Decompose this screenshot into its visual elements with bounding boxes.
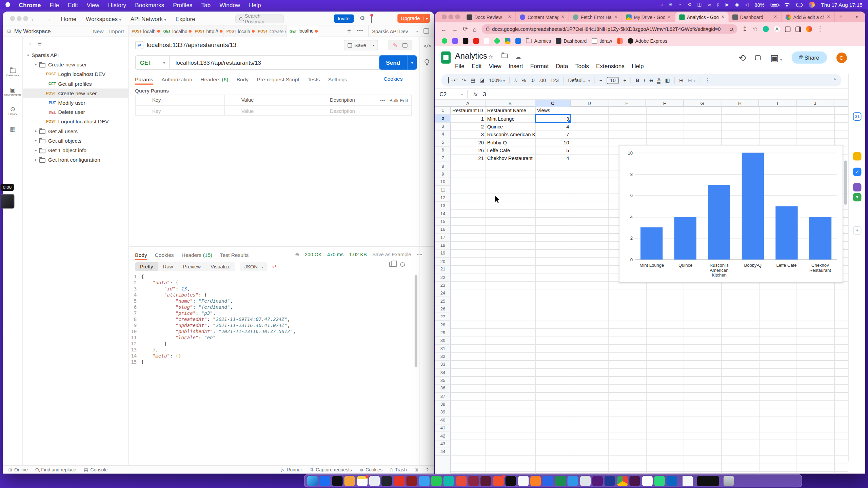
copy-icon[interactable]	[389, 262, 394, 267]
cell-A7[interactable]: 21	[451, 155, 486, 162]
row-header-27[interactable]: 27	[435, 313, 451, 321]
row-header-11[interactable]: 11	[435, 186, 451, 194]
row-header-15[interactable]: 15	[435, 218, 451, 226]
row-header-31[interactable]: 31	[435, 345, 451, 353]
add-collection-icon[interactable]: +	[28, 40, 32, 47]
menu-item-help[interactable]: Help	[249, 1, 261, 8]
side-panel-calendar-icon[interactable]: 31	[853, 112, 861, 120]
profile-avatar-icon[interactable]	[809, 2, 815, 8]
bulk-edit-button[interactable]: Bulk Edit	[389, 98, 408, 103]
lightbulb-icon[interactable]	[425, 59, 429, 64]
column-header-H[interactable]: H	[721, 100, 759, 107]
row-header-38[interactable]: 38	[435, 401, 451, 408]
row-header-26[interactable]: 26	[435, 305, 451, 313]
bookmark-star-icon[interactable]: ☆	[752, 25, 758, 33]
status-keyboard-icon[interactable]: ⌗	[660, 2, 663, 7]
toolbar-more-icon[interactable]: ⋮	[705, 78, 710, 83]
row-header-5[interactable]: 5	[435, 139, 451, 146]
settings-gear-icon[interactable]: ⚙	[360, 15, 365, 21]
dock-keynote-icon[interactable]	[580, 475, 590, 486]
workspace-grid-icon[interactable]: ⊞	[7, 29, 11, 34]
row-header-7[interactable]: 7	[435, 155, 451, 162]
response-tab-headers-15-[interactable]: Headers (15)	[181, 251, 212, 258]
row-header-21[interactable]: 21	[435, 266, 451, 273]
column-header-E[interactable]: E	[608, 100, 646, 107]
menu-extensions[interactable]: Extensions	[596, 62, 625, 69]
row-header-14[interactable]: 14	[435, 210, 451, 218]
row-header-8[interactable]: 8	[435, 162, 451, 170]
cell-C7[interactable]: 4	[535, 155, 571, 162]
side-panel-add-icon[interactable]: +	[853, 226, 861, 235]
dock-pages-icon[interactable]	[518, 475, 529, 486]
row-header-1[interactable]: 1	[435, 107, 451, 115]
dock-notes-icon[interactable]	[357, 475, 367, 486]
star-icon[interactable]: ☆	[488, 54, 493, 60]
close-traffic-light[interactable]	[10, 16, 15, 21]
zoom-select[interactable]: 100%▾	[489, 78, 505, 83]
row-header-18[interactable]: 18	[435, 242, 451, 249]
request-tab-tests[interactable]: Tests	[308, 76, 320, 82]
wrap-text-icon[interactable]: ↵	[272, 264, 277, 270]
browser-tab-fetch-error-ha[interactable]: Fetch Error Ha✕	[569, 12, 622, 22]
row-header-44[interactable]: 44	[435, 448, 451, 456]
dock-launchpad-icon[interactable]	[344, 475, 355, 486]
home-icon[interactable]: ⌂	[473, 26, 477, 33]
cell-A6[interactable]: 26	[451, 146, 486, 154]
cell-C1[interactable]: Views	[535, 107, 571, 115]
environment-quick-look-icon[interactable]	[423, 28, 429, 34]
extensions-puzzle-icon[interactable]	[785, 26, 790, 32]
status-volume-icon[interactable]: ◁	[745, 2, 748, 7]
browser-tab-add-edit-a-ch[interactable]: Add & edit a ch✕	[782, 12, 835, 22]
browser-tab-my-drive-goo[interactable]: My Drive - Goo✕	[622, 12, 675, 22]
row-header-6[interactable]: 6	[435, 146, 451, 154]
row-header-25[interactable]: 25	[435, 297, 451, 305]
edit-pencil-icon[interactable]: ✎	[393, 42, 398, 48]
screen-recorder-timer[interactable]: 0:00	[1, 184, 14, 191]
cell-A5[interactable]: 20	[451, 139, 486, 146]
new-tab-plus-icon[interactable]: +	[839, 13, 843, 20]
wifi-icon[interactable]	[784, 2, 790, 7]
chart-bar[interactable]	[641, 227, 663, 260]
row-header-2[interactable]: 2	[435, 115, 451, 123]
cell-B7[interactable]: Chekhov Restaurant	[486, 155, 535, 162]
rail-collections-item[interactable]: Collections	[3, 67, 23, 77]
row-header-30[interactable]: 30	[435, 337, 451, 345]
menu-view[interactable]: View	[489, 62, 501, 69]
side-panel-contacts-icon[interactable]	[853, 183, 861, 191]
browser-tab-dashboard[interactable]: Dashboard✕	[729, 12, 782, 22]
request-tab-6[interactable]: GETlocalho	[287, 25, 318, 37]
control-center-icon[interactable]	[796, 2, 803, 7]
status-infinity-icon[interactable]: ∞	[708, 2, 711, 7]
row-header-42[interactable]: 42	[435, 432, 451, 440]
currency-icon[interactable]: £	[514, 78, 517, 83]
status-snowflake-icon[interactable]: ✳	[669, 2, 673, 7]
row-header-24[interactable]: 24	[435, 289, 451, 297]
number-format-icon[interactable]: 123	[550, 78, 559, 83]
increase-font-icon[interactable]: +	[624, 78, 627, 83]
cell-A4[interactable]: 3	[451, 130, 486, 138]
zoom-traffic-light[interactable]	[455, 14, 460, 19]
column-header-D[interactable]: D	[571, 100, 608, 107]
send-button[interactable]: Send▾	[379, 55, 417, 69]
tab-search-chevron-icon[interactable]: ▾	[856, 15, 858, 19]
status-sync-icon[interactable]: ⟲	[688, 2, 691, 7]
comments-icon[interactable]	[755, 55, 761, 60]
format-tab-visualize[interactable]: Visualize	[206, 262, 236, 271]
minimize-traffic-light[interactable]	[17, 16, 22, 21]
tab-close-icon[interactable]: ✕	[561, 14, 565, 19]
cell-A1[interactable]: Restaurant ID	[451, 107, 486, 115]
menu-item-view[interactable]: View	[87, 1, 99, 8]
menu-item-profiles[interactable]: Profiles	[173, 1, 192, 8]
cell-A3[interactable]: 2	[451, 123, 486, 130]
address-bar[interactable]: docs.google.com/spreadsheets/d/1P7OeH84c…	[481, 24, 737, 34]
upgrade-button[interactable]: Upgrade▾	[397, 14, 430, 23]
share-button[interactable]: Share	[791, 52, 827, 64]
status-bluetooth-icon[interactable]: ᛒ	[717, 2, 719, 7]
dock-spotify-icon[interactable]	[506, 475, 516, 486]
dock-chrome-icon[interactable]	[617, 475, 628, 486]
request-tab-1[interactable]: POSTlocalh	[129, 25, 160, 37]
status-capture-requests[interactable]: ⇅Capture requests	[310, 467, 352, 472]
request-tab-params[interactable]: Params	[135, 76, 153, 82]
tree-request-logout-localhost-dev[interactable]: POSTLogout localhost DEV	[23, 117, 129, 126]
save-as-example-button[interactable]: Save as Example	[372, 252, 411, 257]
